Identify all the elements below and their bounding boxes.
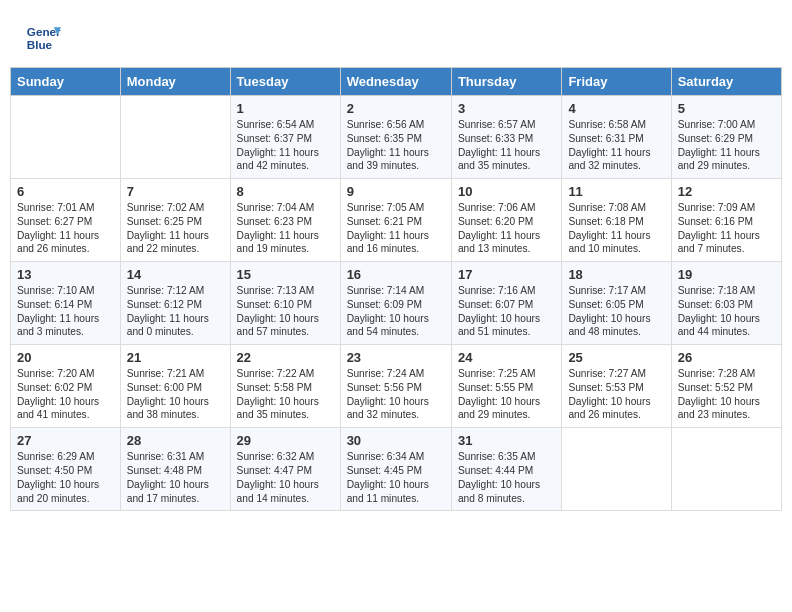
cell-content: Sunrise: 6:29 AM Sunset: 4:50 PM Dayligh… — [17, 450, 114, 505]
day-number: 15 — [237, 267, 334, 282]
day-number: 19 — [678, 267, 775, 282]
cell-content: Sunrise: 7:01 AM Sunset: 6:27 PM Dayligh… — [17, 201, 114, 256]
day-number: 13 — [17, 267, 114, 282]
calendar-cell: 16Sunrise: 7:14 AM Sunset: 6:09 PM Dayli… — [340, 262, 451, 345]
day-number: 25 — [568, 350, 664, 365]
week-row-3: 13Sunrise: 7:10 AM Sunset: 6:14 PM Dayli… — [11, 262, 782, 345]
logo-icon: General Blue — [25, 20, 61, 56]
svg-text:Blue: Blue — [27, 38, 53, 51]
cell-content: Sunrise: 7:14 AM Sunset: 6:09 PM Dayligh… — [347, 284, 445, 339]
day-number: 24 — [458, 350, 555, 365]
day-number: 12 — [678, 184, 775, 199]
day-number: 4 — [568, 101, 664, 116]
calendar-cell: 8Sunrise: 7:04 AM Sunset: 6:23 PM Daylig… — [230, 179, 340, 262]
day-number: 9 — [347, 184, 445, 199]
day-number: 2 — [347, 101, 445, 116]
cell-content: Sunrise: 6:34 AM Sunset: 4:45 PM Dayligh… — [347, 450, 445, 505]
calendar-cell: 29Sunrise: 6:32 AM Sunset: 4:47 PM Dayli… — [230, 428, 340, 511]
cell-content: Sunrise: 7:21 AM Sunset: 6:00 PM Dayligh… — [127, 367, 224, 422]
calendar-cell: 12Sunrise: 7:09 AM Sunset: 6:16 PM Dayli… — [671, 179, 781, 262]
day-number: 23 — [347, 350, 445, 365]
day-header-thursday: Thursday — [451, 68, 561, 96]
calendar-cell: 28Sunrise: 6:31 AM Sunset: 4:48 PM Dayli… — [120, 428, 230, 511]
calendar-cell: 14Sunrise: 7:12 AM Sunset: 6:12 PM Dayli… — [120, 262, 230, 345]
calendar-cell: 7Sunrise: 7:02 AM Sunset: 6:25 PM Daylig… — [120, 179, 230, 262]
cell-content: Sunrise: 6:54 AM Sunset: 6:37 PM Dayligh… — [237, 118, 334, 173]
page-header: General Blue — [10, 10, 782, 61]
cell-content: Sunrise: 7:08 AM Sunset: 6:18 PM Dayligh… — [568, 201, 664, 256]
calendar-cell: 22Sunrise: 7:22 AM Sunset: 5:58 PM Dayli… — [230, 345, 340, 428]
calendar-cell: 5Sunrise: 7:00 AM Sunset: 6:29 PM Daylig… — [671, 96, 781, 179]
calendar-cell: 2Sunrise: 6:56 AM Sunset: 6:35 PM Daylig… — [340, 96, 451, 179]
day-number: 14 — [127, 267, 224, 282]
day-header-sunday: Sunday — [11, 68, 121, 96]
cell-content: Sunrise: 7:16 AM Sunset: 6:07 PM Dayligh… — [458, 284, 555, 339]
cell-content: Sunrise: 7:09 AM Sunset: 6:16 PM Dayligh… — [678, 201, 775, 256]
calendar-cell: 9Sunrise: 7:05 AM Sunset: 6:21 PM Daylig… — [340, 179, 451, 262]
day-number: 16 — [347, 267, 445, 282]
calendar-cell: 11Sunrise: 7:08 AM Sunset: 6:18 PM Dayli… — [562, 179, 671, 262]
cell-content: Sunrise: 7:02 AM Sunset: 6:25 PM Dayligh… — [127, 201, 224, 256]
week-row-1: 1Sunrise: 6:54 AM Sunset: 6:37 PM Daylig… — [11, 96, 782, 179]
svg-text:General: General — [27, 25, 61, 38]
week-row-2: 6Sunrise: 7:01 AM Sunset: 6:27 PM Daylig… — [11, 179, 782, 262]
calendar-cell: 20Sunrise: 7:20 AM Sunset: 6:02 PM Dayli… — [11, 345, 121, 428]
day-number: 11 — [568, 184, 664, 199]
calendar-cell: 6Sunrise: 7:01 AM Sunset: 6:27 PM Daylig… — [11, 179, 121, 262]
calendar-cell: 18Sunrise: 7:17 AM Sunset: 6:05 PM Dayli… — [562, 262, 671, 345]
day-number: 31 — [458, 433, 555, 448]
day-number: 22 — [237, 350, 334, 365]
day-number: 1 — [237, 101, 334, 116]
day-number: 7 — [127, 184, 224, 199]
calendar-cell: 19Sunrise: 7:18 AM Sunset: 6:03 PM Dayli… — [671, 262, 781, 345]
calendar-cell: 1Sunrise: 6:54 AM Sunset: 6:37 PM Daylig… — [230, 96, 340, 179]
calendar-cell: 24Sunrise: 7:25 AM Sunset: 5:55 PM Dayli… — [451, 345, 561, 428]
cell-content: Sunrise: 6:58 AM Sunset: 6:31 PM Dayligh… — [568, 118, 664, 173]
cell-content: Sunrise: 6:35 AM Sunset: 4:44 PM Dayligh… — [458, 450, 555, 505]
week-row-5: 27Sunrise: 6:29 AM Sunset: 4:50 PM Dayli… — [11, 428, 782, 511]
calendar-table: SundayMondayTuesdayWednesdayThursdayFrid… — [10, 67, 782, 511]
header-row: SundayMondayTuesdayWednesdayThursdayFrid… — [11, 68, 782, 96]
calendar-cell — [671, 428, 781, 511]
day-number: 29 — [237, 433, 334, 448]
day-number: 21 — [127, 350, 224, 365]
cell-content: Sunrise: 7:10 AM Sunset: 6:14 PM Dayligh… — [17, 284, 114, 339]
cell-content: Sunrise: 7:04 AM Sunset: 6:23 PM Dayligh… — [237, 201, 334, 256]
cell-content: Sunrise: 6:32 AM Sunset: 4:47 PM Dayligh… — [237, 450, 334, 505]
cell-content: Sunrise: 7:12 AM Sunset: 6:12 PM Dayligh… — [127, 284, 224, 339]
cell-content: Sunrise: 7:25 AM Sunset: 5:55 PM Dayligh… — [458, 367, 555, 422]
cell-content: Sunrise: 7:24 AM Sunset: 5:56 PM Dayligh… — [347, 367, 445, 422]
calendar-cell — [562, 428, 671, 511]
day-number: 18 — [568, 267, 664, 282]
day-number: 10 — [458, 184, 555, 199]
calendar-cell: 17Sunrise: 7:16 AM Sunset: 6:07 PM Dayli… — [451, 262, 561, 345]
calendar-cell: 23Sunrise: 7:24 AM Sunset: 5:56 PM Dayli… — [340, 345, 451, 428]
cell-content: Sunrise: 7:00 AM Sunset: 6:29 PM Dayligh… — [678, 118, 775, 173]
cell-content: Sunrise: 7:18 AM Sunset: 6:03 PM Dayligh… — [678, 284, 775, 339]
calendar-cell: 13Sunrise: 7:10 AM Sunset: 6:14 PM Dayli… — [11, 262, 121, 345]
cell-content: Sunrise: 7:17 AM Sunset: 6:05 PM Dayligh… — [568, 284, 664, 339]
cell-content: Sunrise: 7:22 AM Sunset: 5:58 PM Dayligh… — [237, 367, 334, 422]
day-number: 30 — [347, 433, 445, 448]
day-number: 5 — [678, 101, 775, 116]
cell-content: Sunrise: 7:28 AM Sunset: 5:52 PM Dayligh… — [678, 367, 775, 422]
calendar-cell: 31Sunrise: 6:35 AM Sunset: 4:44 PM Dayli… — [451, 428, 561, 511]
cell-content: Sunrise: 7:13 AM Sunset: 6:10 PM Dayligh… — [237, 284, 334, 339]
cell-content: Sunrise: 6:31 AM Sunset: 4:48 PM Dayligh… — [127, 450, 224, 505]
calendar-cell: 26Sunrise: 7:28 AM Sunset: 5:52 PM Dayli… — [671, 345, 781, 428]
day-number: 6 — [17, 184, 114, 199]
calendar-cell: 21Sunrise: 7:21 AM Sunset: 6:00 PM Dayli… — [120, 345, 230, 428]
cell-content: Sunrise: 7:05 AM Sunset: 6:21 PM Dayligh… — [347, 201, 445, 256]
day-number: 17 — [458, 267, 555, 282]
day-number: 28 — [127, 433, 224, 448]
cell-content: Sunrise: 6:56 AM Sunset: 6:35 PM Dayligh… — [347, 118, 445, 173]
day-header-friday: Friday — [562, 68, 671, 96]
cell-content: Sunrise: 6:57 AM Sunset: 6:33 PM Dayligh… — [458, 118, 555, 173]
logo: General Blue — [25, 20, 61, 56]
calendar-cell — [11, 96, 121, 179]
day-header-monday: Monday — [120, 68, 230, 96]
cell-content: Sunrise: 7:20 AM Sunset: 6:02 PM Dayligh… — [17, 367, 114, 422]
week-row-4: 20Sunrise: 7:20 AM Sunset: 6:02 PM Dayli… — [11, 345, 782, 428]
day-header-wednesday: Wednesday — [340, 68, 451, 96]
calendar-cell: 27Sunrise: 6:29 AM Sunset: 4:50 PM Dayli… — [11, 428, 121, 511]
